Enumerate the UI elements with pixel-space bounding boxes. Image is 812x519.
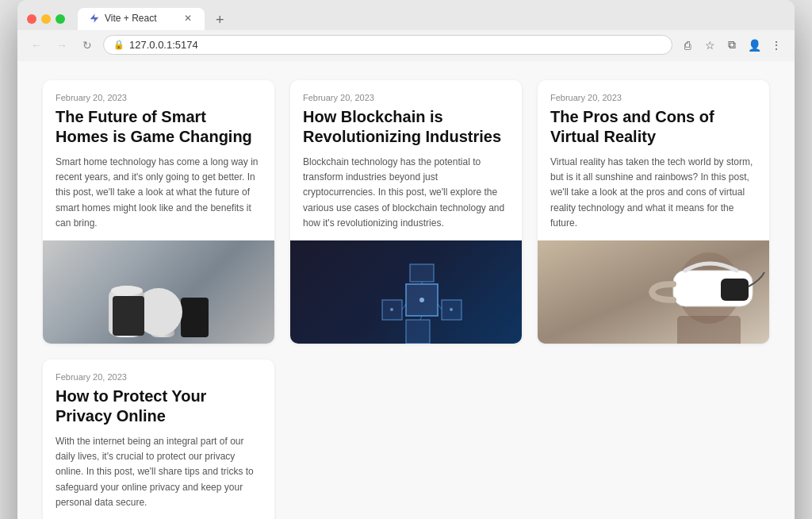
browser-controls: Vite + React ✕ + bbox=[27, 8, 785, 30]
card-title: The Future of Smart Homes is Game Changi… bbox=[56, 107, 262, 147]
card-title: How to Protect Your Privacy Online bbox=[56, 386, 262, 426]
share-icon[interactable]: ⎙ bbox=[679, 37, 696, 54]
card-description: Virtual reality has taken the tech world… bbox=[550, 155, 756, 231]
smart-device-icon bbox=[151, 302, 174, 337]
card-title: The Pros and Cons of Virtual Reality bbox=[550, 107, 756, 147]
security-icon: 🔒 bbox=[113, 40, 124, 50]
blog-grid-bottom: February 20, 2023 How to Protect Your Pr… bbox=[43, 359, 769, 519]
refresh-button[interactable]: ↻ bbox=[78, 36, 97, 55]
card-description: Blockchain technology has the potential … bbox=[303, 155, 509, 231]
browser-toolbar: ← → ↻ 🔒 127.0.0.1:5174 ⎙ ☆ ⧉ 👤 ⋮ bbox=[17, 30, 795, 61]
blog-card-privacy[interactable]: February 20, 2023 How to Protect Your Pr… bbox=[43, 359, 274, 519]
svg-point-10 bbox=[419, 298, 424, 302]
card-text-area: February 20, 2023 How to Protect Your Pr… bbox=[43, 359, 274, 519]
svg-marker-0 bbox=[90, 13, 99, 23]
maximize-button[interactable] bbox=[56, 14, 65, 24]
card-date: February 20, 2023 bbox=[550, 93, 756, 102]
card-image-vr bbox=[538, 240, 769, 344]
svg-rect-15 bbox=[677, 316, 741, 344]
blockchain-visual bbox=[374, 260, 438, 324]
traffic-lights bbox=[27, 14, 65, 24]
vr-svg bbox=[538, 240, 769, 344]
close-button[interactable] bbox=[27, 14, 36, 24]
card-image-smart-home bbox=[43, 240, 274, 344]
url-display: 127.0.0.1:5174 bbox=[129, 39, 198, 51]
blog-grid-top: February 20, 2023 The Future of Smart Ho… bbox=[43, 80, 769, 344]
card-text-area: February 20, 2023 The Future of Smart Ho… bbox=[43, 80, 274, 240]
browser-window: Vite + React ✕ + ← → ↻ 🔒 127.0.0.1:5174 … bbox=[17, 0, 795, 519]
tab-close-button[interactable]: ✕ bbox=[182, 13, 193, 24]
page-content: February 20, 2023 The Future of Smart Ho… bbox=[17, 61, 795, 519]
tab-bar: Vite + React ✕ + bbox=[78, 8, 785, 30]
smart-home-visual bbox=[43, 240, 274, 344]
smart-hub-icon bbox=[181, 298, 209, 337]
card-description: With the internet being an integral part… bbox=[56, 434, 262, 510]
smart-speaker-icon bbox=[109, 286, 144, 337]
toolbar-actions: ⎙ ☆ ⧉ 👤 ⋮ bbox=[679, 37, 785, 54]
new-tab-button[interactable]: + bbox=[211, 10, 229, 30]
blog-card-smart-homes[interactable]: February 20, 2023 The Future of Smart Ho… bbox=[43, 80, 274, 344]
browser-titlebar: Vite + React ✕ + bbox=[17, 0, 795, 30]
card-text-area: February 20, 2023 How Blockchain is Revo… bbox=[290, 80, 522, 240]
svg-rect-4 bbox=[406, 320, 430, 344]
blockchain-svg bbox=[374, 260, 469, 344]
address-bar[interactable]: 🔒 127.0.0.1:5174 bbox=[103, 35, 672, 55]
svg-rect-5 bbox=[410, 264, 434, 282]
forward-button[interactable]: → bbox=[52, 36, 71, 55]
active-tab[interactable]: Vite + React ✕ bbox=[78, 8, 205, 30]
bookmark-icon[interactable]: ☆ bbox=[701, 37, 718, 54]
profile-icon[interactable]: 👤 bbox=[745, 37, 763, 54]
blog-card-blockchain[interactable]: February 20, 2023 How Blockchain is Revo… bbox=[290, 80, 522, 344]
tab-title: Vite + React bbox=[105, 13, 178, 24]
minimize-button[interactable] bbox=[41, 14, 51, 24]
back-button[interactable]: ← bbox=[27, 36, 46, 55]
svg-point-11 bbox=[390, 308, 393, 311]
blog-card-vr[interactable]: February 20, 2023 The Pros and Cons of V… bbox=[538, 80, 769, 344]
card-date: February 20, 2023 bbox=[303, 93, 509, 102]
tab-favicon bbox=[89, 13, 100, 24]
svg-rect-17 bbox=[721, 279, 749, 301]
card-text-area: February 20, 2023 The Pros and Cons of V… bbox=[538, 80, 769, 240]
svg-point-12 bbox=[450, 308, 453, 311]
card-date: February 20, 2023 bbox=[56, 372, 262, 382]
card-title: How Blockchain is Revolutionizing Indust… bbox=[303, 107, 509, 147]
card-date: February 20, 2023 bbox=[56, 93, 262, 102]
tab-overview-icon[interactable]: ⧉ bbox=[723, 37, 741, 54]
menu-icon[interactable]: ⋮ bbox=[768, 37, 785, 54]
card-image-blockchain bbox=[290, 240, 522, 344]
card-description: Smart home technology has come a long wa… bbox=[56, 155, 262, 231]
